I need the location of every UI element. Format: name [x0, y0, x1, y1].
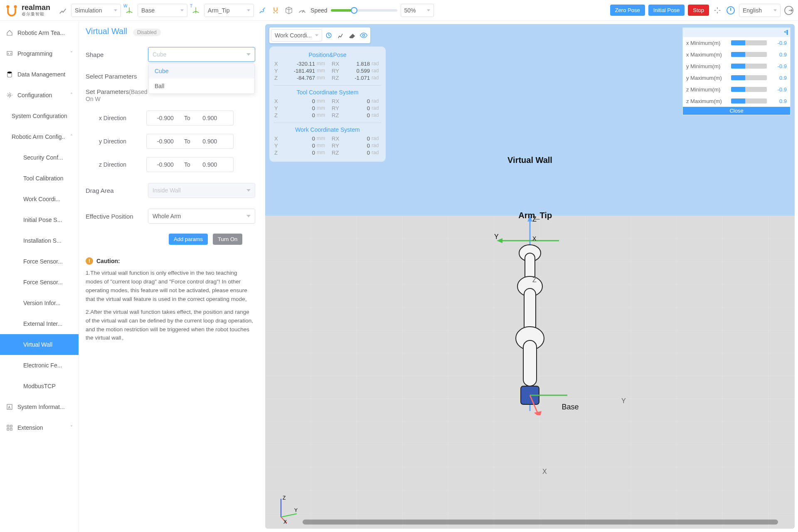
set-params-label: Set Parameters(Based On W [86, 88, 148, 102]
topbar: realman 睿尔曼智能 Simulation W Base T Arm_Ti… [0, 0, 798, 21]
shape-option-cube[interactable]: Cube [149, 64, 254, 79]
shape-label: Shape [86, 51, 148, 58]
turn-on-button[interactable]: Turn On [213, 234, 242, 245]
shape-option-ball[interactable]: Ball [149, 79, 254, 94]
target-icon[interactable] [712, 5, 722, 15]
svg-rect-10 [7, 429, 9, 431]
speed-slider[interactable] [331, 9, 397, 12]
viewport-3d[interactable]: Work Coordi... Position&Pose X-320.11mmR… [262, 21, 798, 532]
vp-eraser-icon[interactable] [347, 30, 357, 40]
caution-text-2: 2.After the virtual wall function takes … [86, 308, 255, 343]
nav-arm-config[interactable]: Robotic Arm Config..˄ [0, 126, 79, 147]
stop-button[interactable]: Stop [688, 5, 709, 16]
scene-label-vw: Virtual Wall [507, 155, 552, 165]
axis-gizmo[interactable]: Z Y X [274, 495, 299, 524]
cube-icon[interactable] [284, 5, 294, 15]
status-badge: Disabled [133, 29, 161, 36]
mode-select[interactable]: Simulation [71, 4, 121, 17]
vp-reset-view-icon[interactable] [324, 30, 334, 40]
work-coord-title: Work Coordinate System [269, 124, 386, 135]
nav-initial-pose[interactable]: Initial Pose S... [0, 209, 79, 230]
logo: realman 睿尔曼智能 [4, 3, 50, 18]
brand-name: realman [22, 4, 50, 11]
chevron-up-icon: ˄ [70, 134, 73, 140]
svg-rect-8 [7, 425, 9, 427]
limit-slider[interactable] [731, 75, 767, 80]
vp-coord-select[interactable]: Work Coordi... [271, 29, 322, 42]
svg-rect-11 [10, 429, 12, 431]
vp-eye-icon[interactable] [359, 30, 369, 40]
svg-rect-9 [10, 425, 12, 427]
nav-configuration[interactable]: Configuration˄ [0, 85, 79, 106]
svg-text:Z: Z [283, 495, 286, 501]
collapse-icon[interactable]: <|| [784, 29, 788, 35]
speed-value-select[interactable]: 50% [401, 4, 434, 17]
y-direction-label: y Direction [86, 138, 140, 145]
caution-text-1: 1.The virtual wall function is only effe… [86, 269, 255, 304]
zero-pose-button[interactable]: Zero Pose [610, 5, 645, 16]
language-select[interactable]: English [739, 4, 781, 17]
nav-version-info[interactable]: Version Infor... [0, 293, 79, 313]
x-range-input[interactable]: To [146, 111, 234, 126]
link-icon[interactable] [271, 5, 281, 15]
effective-position-select[interactable]: Whole Arm [148, 209, 255, 224]
svg-text:X: X [532, 235, 537, 242]
nav-installation[interactable]: Installation S... [0, 230, 79, 251]
nav-system-config[interactable]: System Configuration [0, 106, 79, 126]
svg-line-34 [281, 514, 297, 517]
add-params-button[interactable]: Add params [169, 234, 208, 245]
robot-mode-icon[interactable] [58, 5, 68, 15]
limits-panel: <|| x Minimum(m)-0.9 x Maximum(m)0.9 y M… [682, 27, 791, 115]
svg-point-1 [14, 5, 17, 8]
position-pose-title: Position&Pose [269, 49, 386, 61]
nav-extension[interactable]: Extension˅ [0, 417, 79, 438]
shape-select[interactable]: Cube Cube Ball [148, 47, 255, 62]
initial-pose-button[interactable]: Initial Pose [648, 5, 685, 16]
power-icon[interactable] [726, 5, 736, 15]
nav-work-coordinate[interactable]: Work Coordi... [0, 189, 79, 209]
tool-coord-title: Tool Coordinate System [269, 86, 386, 98]
chevron-up-icon: ˄ [70, 92, 73, 98]
nav-robotic-arm-teach[interactable]: Robotic Arm Tea... [0, 22, 79, 43]
limit-slider[interactable] [731, 64, 767, 69]
tool-frame-select[interactable]: Arm_Tip [204, 4, 254, 17]
limits-close-button[interactable]: Close [683, 107, 790, 115]
svg-rect-26 [523, 340, 537, 386]
caution-block: !Caution: 1.The virtual wall function is… [86, 257, 255, 342]
nav-force-sensor-1[interactable]: Force Sensor... [0, 251, 79, 272]
panel-title: Virtual Wall [86, 27, 127, 36]
nav-data-management[interactable]: Data Management [0, 64, 79, 85]
nav-security-config[interactable]: Security Conf... [0, 147, 79, 168]
y-range-input[interactable]: To [146, 134, 234, 149]
limit-slider[interactable] [731, 99, 767, 103]
brand-sub: 睿尔曼智能 [22, 11, 50, 17]
nav-programming[interactable]: Programming˅ [0, 43, 79, 64]
limit-slider[interactable] [731, 52, 767, 57]
drag-area-select: Inside Wall [148, 183, 255, 198]
svg-marker-15 [527, 216, 532, 222]
logout-icon[interactable] [784, 5, 794, 15]
viewport-toolbar: Work Coordi... [269, 27, 370, 43]
logo-icon [4, 3, 19, 18]
nav-system-info[interactable]: System Informat... [0, 397, 79, 417]
svg-text:Y: Y [494, 233, 499, 240]
nav-modbus-tcp[interactable]: ModbusTCP [0, 376, 79, 397]
svg-text:Z: Z [532, 216, 537, 223]
z-range-input[interactable]: To [146, 157, 234, 172]
base-frame-select[interactable]: Base [138, 4, 187, 17]
nav-electronic-fence[interactable]: Electronic Fe... [0, 355, 79, 376]
nav-force-sensor-2[interactable]: Force Sensor... [0, 272, 79, 293]
drag-area-label: Drag Area [86, 187, 148, 194]
nav-virtual-wall[interactable]: Virtual Wall [0, 334, 79, 355]
speed-label: Speed [310, 7, 327, 14]
robot-arm-render: Z Y X [493, 216, 567, 415]
limit-slider[interactable] [731, 40, 767, 45]
vp-robot-icon[interactable] [335, 30, 345, 40]
limit-slider[interactable] [731, 87, 767, 92]
nav-external-interface[interactable]: External Inter... [0, 313, 79, 334]
nav-tool-calibration[interactable]: Tool Calibration [0, 168, 79, 189]
tool-icon-1[interactable] [257, 5, 267, 15]
svg-text:X: X [283, 519, 287, 524]
chevron-down-icon: ˅ [70, 425, 73, 431]
viewport-scrollbar[interactable] [303, 520, 778, 525]
